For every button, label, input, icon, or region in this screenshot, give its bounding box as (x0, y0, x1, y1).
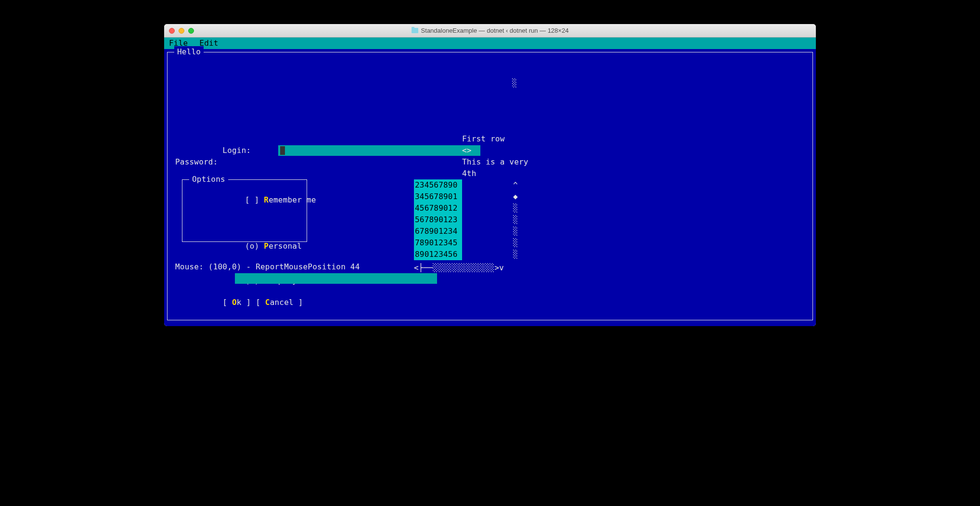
text-cursor-icon (280, 146, 285, 155)
content-area: ░ Login: First row <> This is a very 4th… (168, 52, 812, 320)
scroll-listbox[interactable]: 234567890 345678901 456789012 567890123 … (414, 179, 462, 260)
list-item[interactable]: 345678901 (414, 191, 462, 202)
scroll-thumb-icon[interactable]: ◆ (512, 191, 519, 202)
terminal-area[interactable]: File Edit Hello ░ Login: First row <> (164, 38, 816, 326)
login-input-wrap[interactable] (231, 133, 480, 167)
button-row: [ Ok ] [ Cancel ] (175, 285, 303, 320)
close-icon[interactable] (169, 28, 175, 34)
window-title-text: StandaloneExample — dotnet ‹ dotnet run … (421, 27, 569, 34)
checkbox-remember[interactable]: [ ] Remember me (188, 183, 301, 217)
list-item[interactable]: 567890123 (414, 214, 462, 226)
options-title: Options (189, 174, 228, 185)
horizontal-scrollbar[interactable]: <├──░░░░░░░░░░░░░>v (414, 262, 504, 274)
list-item[interactable]: 234567890 (414, 179, 462, 191)
ok-button[interactable]: [ Ok ] (222, 298, 251, 307)
mouse-status: Mouse: (100,0) - ReportMousePosition 44 (175, 261, 360, 273)
list-row-2[interactable]: <> (462, 145, 472, 156)
vertical-scrollbar[interactable]: ^ ◆ ░ ░ ░ ░ ░ (512, 179, 519, 260)
options-frame: Options [ ] Remember me (o) Personal ( )… (182, 179, 307, 242)
terminal-window: StandaloneExample — dotnet ‹ dotnet run … (164, 24, 816, 326)
scroll-track[interactable]: ░ (512, 237, 519, 249)
menubar[interactable]: File Edit (164, 38, 816, 49)
folder-icon (412, 28, 418, 33)
scroll-up-icon[interactable]: ^ (512, 179, 519, 191)
list-item[interactable]: 678901234 (414, 226, 462, 237)
list-item[interactable]: 456789012 (414, 202, 462, 214)
radio-personal[interactable]: (o) Personal (188, 229, 301, 264)
scroll-track[interactable]: ░ (512, 202, 519, 214)
scroll-track[interactable]: ░ (512, 226, 519, 237)
list-row-3[interactable]: This is a very (462, 156, 529, 168)
options-spacer (188, 217, 301, 229)
list-item[interactable]: 789012345 (414, 237, 462, 249)
password-label: Password: (175, 156, 218, 168)
scroll-track[interactable]: ░ (512, 249, 519, 260)
window-title: StandaloneExample — dotnet ‹ dotnet run … (164, 27, 816, 34)
titlebar[interactable]: StandaloneExample — dotnet ‹ dotnet run … (164, 24, 816, 38)
scroll-track[interactable]: ░ (512, 214, 519, 226)
main-frame: Hello ░ Login: First row <> This is a ve… (167, 52, 813, 320)
progress-bar (235, 273, 437, 284)
login-input[interactable] (278, 145, 480, 156)
traffic-lights (169, 28, 194, 34)
top-scroll-glyph[interactable]: ░ (512, 77, 517, 89)
list-item[interactable]: 890123456 (414, 249, 462, 260)
list-row-1[interactable]: First row (462, 133, 505, 145)
zoom-icon[interactable] (188, 28, 194, 34)
cancel-button[interactable]: [ Cancel ] (256, 298, 303, 307)
list-row-4[interactable]: 4th (462, 168, 477, 179)
minimize-icon[interactable] (179, 28, 184, 34)
